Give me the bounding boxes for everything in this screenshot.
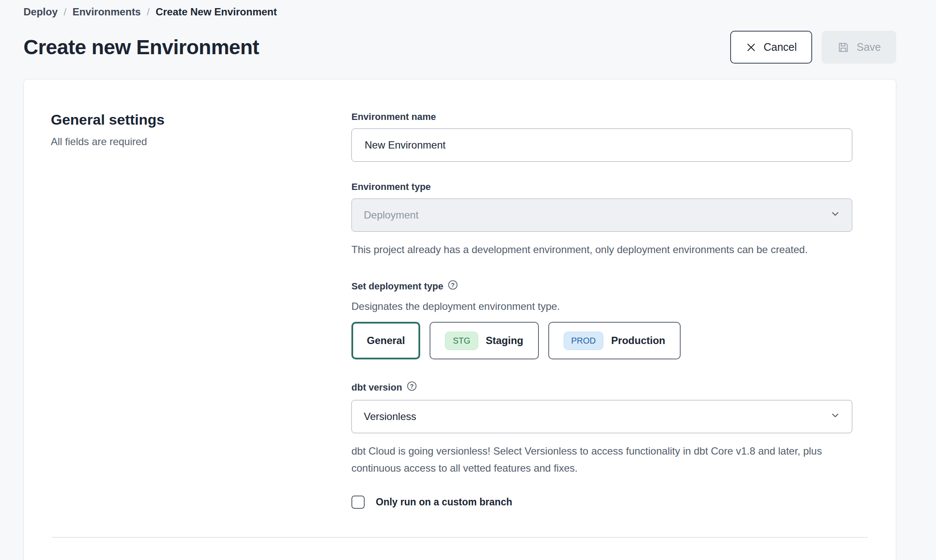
custom-branch-checkbox[interactable]: [351, 496, 365, 509]
environment-name-input[interactable]: [351, 128, 852, 162]
svg-text:?: ?: [451, 282, 455, 289]
deployment-type-option-production[interactable]: PROD Production: [548, 322, 681, 359]
breadcrumb-environments[interactable]: Environments: [73, 6, 141, 18]
breadcrumb: Deploy / Environments / Create New Envir…: [23, 6, 896, 18]
deployment-type-description: Designates the deployment environment ty…: [351, 300, 852, 312]
environment-type-helper: This project already has a development e…: [351, 241, 842, 258]
environment-type-value: Deployment: [364, 209, 418, 221]
stg-badge: STG: [445, 332, 478, 350]
form-fields: Environment name Environment type Deploy…: [351, 111, 852, 509]
section-heading: General settings: [51, 111, 351, 128]
section-divider: [52, 537, 868, 538]
breadcrumb-separator: /: [64, 6, 67, 18]
save-button[interactable]: Save: [822, 31, 896, 64]
option-staging-label: Staging: [486, 335, 524, 347]
page-title: Create new Environment: [23, 35, 259, 59]
page-header: Create new Environment Cancel Save: [23, 31, 896, 64]
deployment-type-label-text: Set deployment type: [351, 281, 443, 292]
dbt-version-value: Versionless: [364, 411, 416, 423]
floppy-disk-icon: [837, 41, 850, 54]
custom-branch-label: Only run on a custom branch: [376, 496, 512, 508]
section-intro: General settings All fields are required: [51, 111, 351, 509]
header-actions: Cancel Save: [730, 31, 896, 64]
deployment-type-option-general[interactable]: General: [351, 322, 420, 359]
save-button-label: Save: [857, 41, 881, 53]
environment-type-select[interactable]: Deployment: [351, 198, 852, 232]
dbt-version-select[interactable]: Versionless: [351, 400, 852, 433]
cancel-button-label: Cancel: [763, 41, 797, 53]
option-production-label: Production: [611, 335, 665, 347]
dbt-version-label-text: dbt version: [351, 382, 402, 393]
deployment-type-option-staging[interactable]: STG Staging: [430, 322, 538, 359]
custom-branch-row: Only run on a custom branch: [351, 496, 852, 509]
environment-name-label: Environment name: [351, 111, 852, 122]
breadcrumb-create-new-environment: Create New Environment: [155, 6, 277, 18]
deployment-type-options: General STG Staging PROD Production: [351, 322, 852, 359]
chevron-down-icon: [831, 411, 840, 423]
prod-badge: PROD: [564, 332, 604, 350]
section-subheading: All fields are required: [51, 136, 351, 148]
create-environment-page: Deploy / Environments / Create New Envir…: [0, 0, 936, 560]
environment-type-label: Environment type: [351, 181, 852, 192]
close-icon: [746, 42, 757, 53]
breadcrumb-separator: /: [147, 6, 150, 18]
help-icon[interactable]: ?: [448, 280, 458, 293]
dbt-version-label: dbt version ?: [351, 381, 852, 394]
dbt-version-helper: dbt Cloud is going versionless! Select V…: [351, 443, 852, 477]
svg-text:?: ?: [410, 383, 414, 390]
general-settings-card: General settings All fields are required…: [23, 79, 896, 560]
breadcrumb-deploy[interactable]: Deploy: [23, 6, 58, 18]
option-general-label: General: [367, 335, 405, 347]
cancel-button[interactable]: Cancel: [730, 31, 812, 64]
help-icon[interactable]: ?: [407, 381, 417, 394]
chevron-down-icon: [831, 209, 840, 221]
deployment-type-label: Set deployment type ?: [351, 280, 852, 293]
